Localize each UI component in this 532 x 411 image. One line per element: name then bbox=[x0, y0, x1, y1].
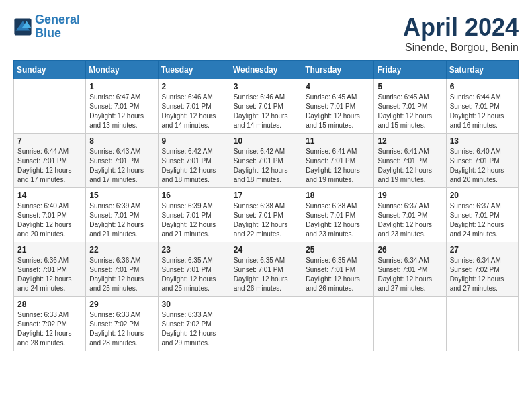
calendar-cell: 4Sunrise: 6:45 AM Sunset: 7:01 PM Daylig… bbox=[302, 79, 374, 134]
calendar-cell: 19Sunrise: 6:37 AM Sunset: 7:01 PM Dayli… bbox=[374, 188, 446, 242]
calendar-cell: 9Sunrise: 6:42 AM Sunset: 7:01 PM Daylig… bbox=[158, 134, 230, 188]
day-number: 12 bbox=[378, 136, 442, 146]
day-info: Sunrise: 6:47 AM Sunset: 7:01 PM Dayligh… bbox=[89, 93, 154, 130]
week-row-2: 7Sunrise: 6:44 AM Sunset: 7:01 PM Daylig… bbox=[14, 134, 519, 188]
calendar-cell: 8Sunrise: 6:43 AM Sunset: 7:01 PM Daylig… bbox=[86, 134, 158, 188]
day-info: Sunrise: 6:42 AM Sunset: 7:01 PM Dayligh… bbox=[162, 147, 226, 185]
calendar-cell: 2Sunrise: 6:46 AM Sunset: 7:01 PM Daylig… bbox=[158, 79, 230, 134]
calendar-cell: 26Sunrise: 6:34 AM Sunset: 7:01 PM Dayli… bbox=[374, 242, 446, 297]
calendar-cell: 1Sunrise: 6:47 AM Sunset: 7:01 PM Daylig… bbox=[86, 79, 158, 134]
column-header-monday: Monday bbox=[86, 61, 158, 79]
week-row-1: 1Sunrise: 6:47 AM Sunset: 7:01 PM Daylig… bbox=[14, 79, 519, 134]
calendar-cell bbox=[446, 297, 518, 351]
day-info: Sunrise: 6:42 AM Sunset: 7:01 PM Dayligh… bbox=[234, 147, 298, 185]
day-info: Sunrise: 6:41 AM Sunset: 7:01 PM Dayligh… bbox=[378, 147, 442, 185]
day-number: 14 bbox=[17, 191, 82, 200]
logo-text: General Blue bbox=[35, 13, 80, 40]
column-header-wednesday: Wednesday bbox=[230, 61, 302, 79]
day-number: 24 bbox=[234, 245, 298, 255]
calendar-cell: 30Sunrise: 6:33 AM Sunset: 7:02 PM Dayli… bbox=[158, 297, 230, 351]
day-info: Sunrise: 6:46 AM Sunset: 7:01 PM Dayligh… bbox=[234, 93, 298, 130]
column-header-tuesday: Tuesday bbox=[158, 61, 230, 79]
day-info: Sunrise: 6:38 AM Sunset: 7:01 PM Dayligh… bbox=[306, 201, 370, 239]
day-number: 7 bbox=[17, 136, 82, 146]
day-info: Sunrise: 6:41 AM Sunset: 7:01 PM Dayligh… bbox=[306, 147, 370, 185]
day-info: Sunrise: 6:36 AM Sunset: 7:01 PM Dayligh… bbox=[89, 256, 154, 293]
day-number: 18 bbox=[306, 191, 370, 200]
column-header-friday: Friday bbox=[374, 61, 446, 79]
day-number: 20 bbox=[450, 191, 515, 200]
day-number: 8 bbox=[89, 136, 154, 146]
logo: General Blue bbox=[13, 13, 80, 40]
day-number: 5 bbox=[378, 82, 442, 91]
day-info: Sunrise: 6:37 AM Sunset: 7:01 PM Dayligh… bbox=[450, 201, 515, 239]
day-number: 2 bbox=[162, 82, 226, 91]
day-number: 9 bbox=[162, 136, 226, 146]
week-row-3: 14Sunrise: 6:40 AM Sunset: 7:01 PM Dayli… bbox=[14, 188, 519, 242]
column-header-sunday: Sunday bbox=[14, 61, 86, 79]
day-info: Sunrise: 6:35 AM Sunset: 7:01 PM Dayligh… bbox=[234, 256, 298, 293]
calendar-cell: 5Sunrise: 6:45 AM Sunset: 7:01 PM Daylig… bbox=[374, 79, 446, 134]
logo-icon bbox=[13, 17, 32, 36]
day-info: Sunrise: 6:34 AM Sunset: 7:01 PM Dayligh… bbox=[378, 256, 442, 293]
calendar-cell: 21Sunrise: 6:36 AM Sunset: 7:01 PM Dayli… bbox=[14, 242, 86, 297]
day-info: Sunrise: 6:35 AM Sunset: 7:01 PM Dayligh… bbox=[162, 256, 226, 293]
day-number: 1 bbox=[89, 82, 154, 91]
day-info: Sunrise: 6:34 AM Sunset: 7:02 PM Dayligh… bbox=[450, 256, 515, 293]
day-info: Sunrise: 6:43 AM Sunset: 7:01 PM Dayligh… bbox=[89, 147, 154, 185]
day-number: 27 bbox=[450, 245, 515, 255]
calendar-header-row: SundayMondayTuesdayWednesdayThursdayFrid… bbox=[14, 61, 519, 79]
calendar-cell: 11Sunrise: 6:41 AM Sunset: 7:01 PM Dayli… bbox=[302, 134, 374, 188]
calendar-cell: 14Sunrise: 6:40 AM Sunset: 7:01 PM Dayli… bbox=[14, 188, 86, 242]
calendar-cell: 20Sunrise: 6:37 AM Sunset: 7:01 PM Dayli… bbox=[446, 188, 518, 242]
day-info: Sunrise: 6:44 AM Sunset: 7:01 PM Dayligh… bbox=[450, 93, 515, 130]
day-number: 4 bbox=[306, 82, 370, 91]
page-header: General Blue April 2024 Sinende, Borgou,… bbox=[13, 13, 519, 54]
day-number: 3 bbox=[234, 82, 298, 91]
subtitle: Sinende, Borgou, Benin bbox=[403, 42, 519, 54]
day-info: Sunrise: 6:33 AM Sunset: 7:02 PM Dayligh… bbox=[89, 310, 154, 348]
day-number: 17 bbox=[234, 191, 298, 200]
day-number: 23 bbox=[162, 245, 226, 255]
column-header-thursday: Thursday bbox=[302, 61, 374, 79]
day-info: Sunrise: 6:45 AM Sunset: 7:01 PM Dayligh… bbox=[306, 93, 370, 130]
calendar-cell: 7Sunrise: 6:44 AM Sunset: 7:01 PM Daylig… bbox=[14, 134, 86, 188]
day-info: Sunrise: 6:45 AM Sunset: 7:01 PM Dayligh… bbox=[378, 93, 442, 130]
day-number: 28 bbox=[17, 300, 82, 309]
column-header-saturday: Saturday bbox=[446, 61, 518, 79]
day-info: Sunrise: 6:35 AM Sunset: 7:01 PM Dayligh… bbox=[306, 256, 370, 293]
day-info: Sunrise: 6:33 AM Sunset: 7:02 PM Dayligh… bbox=[17, 310, 82, 348]
day-info: Sunrise: 6:39 AM Sunset: 7:01 PM Dayligh… bbox=[89, 201, 154, 239]
calendar-cell: 29Sunrise: 6:33 AM Sunset: 7:02 PM Dayli… bbox=[86, 297, 158, 351]
calendar-cell: 16Sunrise: 6:39 AM Sunset: 7:01 PM Dayli… bbox=[158, 188, 230, 242]
calendar-cell bbox=[374, 297, 446, 351]
calendar-cell: 12Sunrise: 6:41 AM Sunset: 7:01 PM Dayli… bbox=[374, 134, 446, 188]
day-info: Sunrise: 6:36 AM Sunset: 7:01 PM Dayligh… bbox=[17, 256, 82, 293]
day-number: 25 bbox=[306, 245, 370, 255]
calendar-cell: 15Sunrise: 6:39 AM Sunset: 7:01 PM Dayli… bbox=[86, 188, 158, 242]
day-number: 13 bbox=[450, 136, 515, 146]
day-info: Sunrise: 6:37 AM Sunset: 7:01 PM Dayligh… bbox=[378, 201, 442, 239]
day-info: Sunrise: 6:33 AM Sunset: 7:02 PM Dayligh… bbox=[162, 310, 226, 348]
calendar-cell: 27Sunrise: 6:34 AM Sunset: 7:02 PM Dayli… bbox=[446, 242, 518, 297]
calendar-cell: 22Sunrise: 6:36 AM Sunset: 7:01 PM Dayli… bbox=[86, 242, 158, 297]
calendar-cell: 17Sunrise: 6:38 AM Sunset: 7:01 PM Dayli… bbox=[230, 188, 302, 242]
calendar-cell: 25Sunrise: 6:35 AM Sunset: 7:01 PM Dayli… bbox=[302, 242, 374, 297]
week-row-5: 28Sunrise: 6:33 AM Sunset: 7:02 PM Dayli… bbox=[14, 297, 519, 351]
day-number: 21 bbox=[17, 245, 82, 255]
day-number: 11 bbox=[306, 136, 370, 146]
day-number: 22 bbox=[89, 245, 154, 255]
day-info: Sunrise: 6:39 AM Sunset: 7:01 PM Dayligh… bbox=[162, 201, 226, 239]
day-info: Sunrise: 6:44 AM Sunset: 7:01 PM Dayligh… bbox=[17, 147, 82, 185]
day-number: 26 bbox=[378, 245, 442, 255]
day-number: 30 bbox=[162, 300, 226, 309]
day-number: 29 bbox=[89, 300, 154, 309]
calendar-cell: 6Sunrise: 6:44 AM Sunset: 7:01 PM Daylig… bbox=[446, 79, 518, 134]
week-row-4: 21Sunrise: 6:36 AM Sunset: 7:01 PM Dayli… bbox=[14, 242, 519, 297]
calendar-cell: 13Sunrise: 6:40 AM Sunset: 7:01 PM Dayli… bbox=[446, 134, 518, 188]
calendar-cell: 3Sunrise: 6:46 AM Sunset: 7:01 PM Daylig… bbox=[230, 79, 302, 134]
day-info: Sunrise: 6:40 AM Sunset: 7:01 PM Dayligh… bbox=[450, 147, 515, 185]
calendar-cell: 18Sunrise: 6:38 AM Sunset: 7:01 PM Dayli… bbox=[302, 188, 374, 242]
day-number: 6 bbox=[450, 82, 515, 91]
calendar-cell bbox=[230, 297, 302, 351]
